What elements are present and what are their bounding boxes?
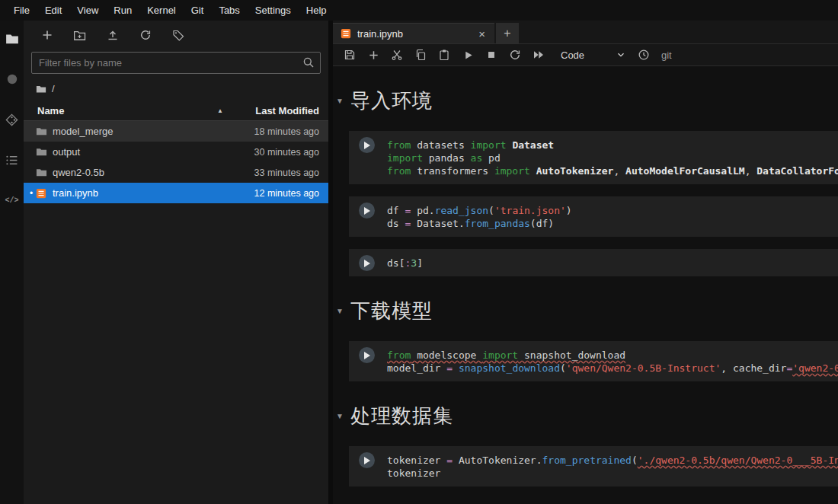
collapse-heading-icon[interactable]: ▼: [336, 97, 350, 105]
file-name: model_merge: [53, 126, 234, 137]
tab-bar: train.ipynb × +: [333, 21, 838, 44]
code-editor[interactable]: ds[:3]: [384, 249, 838, 276]
refresh-icon[interactable]: [139, 29, 152, 42]
file-browser-icon[interactable]: [5, 31, 20, 46]
new-launcher-icon[interactable]: [40, 29, 53, 42]
file-name: train.ipynb: [53, 187, 234, 199]
file-modified: 18 minutes ago: [234, 126, 319, 137]
file-row[interactable]: output 30 minutes ago: [24, 142, 328, 162]
code-glyph: </>: [5, 196, 18, 205]
tab-title: train.ipynb: [357, 28, 403, 40]
file-filter: [31, 52, 321, 74]
file-browser-panel: / Name ▲ Last Modified model_merge 18 mi…: [24, 21, 328, 504]
file-name: qwen2-0.5b: [53, 167, 234, 178]
file-browser-toolbar: [24, 21, 328, 49]
menu-kernel[interactable]: Kernel: [139, 2, 184, 19]
file-list-header: Name ▲ Last Modified: [24, 100, 328, 121]
save-icon[interactable]: [344, 49, 356, 61]
main-area: train.ipynb × +: [333, 21, 838, 504]
run-cell-icon[interactable]: [462, 49, 474, 61]
column-last-modified[interactable]: Last Modified: [234, 105, 319, 116]
notebook-icon: [341, 28, 351, 39]
copy-cells-icon[interactable]: [414, 49, 427, 61]
checkpoint-clock-icon[interactable]: [638, 49, 650, 61]
menu-run[interactable]: Run: [106, 2, 139, 19]
cut-cells-icon[interactable]: [391, 49, 403, 61]
restart-kernel-icon[interactable]: [509, 49, 521, 61]
run-cell-button[interactable]: [359, 203, 375, 219]
search-icon: [302, 56, 315, 69]
code-editor[interactable]: df = pd.read_json('train.json')ds = Data…: [384, 196, 838, 237]
paste-cells-icon[interactable]: [438, 49, 450, 61]
play-icon: [364, 352, 370, 359]
restart-run-all-icon[interactable]: [533, 49, 545, 61]
run-cell-button[interactable]: [359, 255, 375, 271]
code-cell[interactable]: from datasets import Datasetimport panda…: [349, 131, 838, 184]
filter-files-input[interactable]: [31, 52, 321, 74]
play-icon: [364, 207, 370, 215]
cell-gutter: [349, 196, 384, 237]
breadcrumb[interactable]: /: [24, 81, 328, 100]
breadcrumb-root[interactable]: /: [52, 83, 55, 94]
play-icon: [364, 457, 370, 464]
table-of-contents-icon[interactable]: [5, 152, 20, 167]
insert-cell-icon[interactable]: [367, 49, 379, 61]
cell-gutter: [349, 341, 384, 381]
markdown-heading: 下载模型: [350, 298, 433, 324]
menubar: FileEditViewRunKernelGitTabsSettingsHelp: [0, 0, 838, 21]
file-row-selected[interactable]: train.ipynb 12 minutes ago: [24, 183, 328, 203]
code-cell[interactable]: df = pd.read_json('train.json')ds = Data…: [349, 196, 838, 237]
git-clone-icon[interactable]: [171, 29, 184, 42]
code-cell[interactable]: ds[:3]: [349, 249, 838, 276]
markdown-cell[interactable]: ▼导入环境: [336, 88, 838, 114]
play-icon: [364, 142, 370, 149]
menu-settings[interactable]: Settings: [248, 2, 299, 19]
new-tab-button[interactable]: +: [496, 23, 519, 43]
activity-bar: </>: [0, 21, 24, 504]
menu-help[interactable]: Help: [299, 2, 334, 19]
notebook-icon: [36, 188, 53, 199]
run-cell-button[interactable]: [359, 452, 375, 468]
chevron-down-icon: [616, 49, 626, 60]
code-editor[interactable]: from modelscope import snapshot_download…: [384, 341, 838, 381]
sort-ascending-icon[interactable]: ▲: [217, 107, 234, 114]
run-cell-button[interactable]: [359, 137, 375, 153]
folder-icon: [36, 84, 46, 94]
code-editor[interactable]: from datasets import Datasetimport panda…: [384, 131, 838, 184]
menu-file[interactable]: File: [6, 2, 37, 19]
markdown-cell[interactable]: ▼处理数据集: [336, 403, 838, 429]
menu-edit[interactable]: Edit: [37, 2, 69, 19]
file-row[interactable]: model_merge 18 minutes ago: [24, 121, 328, 142]
collapse-heading-icon[interactable]: ▼: [336, 307, 350, 315]
new-folder-icon[interactable]: [73, 29, 86, 42]
extension-code-icon[interactable]: </>: [5, 193, 20, 208]
code-editor[interactable]: tokenizer = AutoTokenizer.from_pretraine…: [384, 446, 838, 486]
markdown-cell[interactable]: ▼下载模型: [336, 298, 838, 324]
menu-view[interactable]: View: [69, 2, 106, 19]
running-sessions-icon[interactable]: [5, 72, 20, 87]
upload-icon[interactable]: [106, 29, 119, 42]
git-icon[interactable]: [5, 112, 20, 127]
folder-icon: [36, 167, 53, 178]
file-name: output: [53, 146, 234, 158]
menu-git[interactable]: Git: [184, 2, 212, 19]
git-toolbar-label[interactable]: git: [661, 49, 672, 61]
cell-gutter: [349, 131, 384, 184]
markdown-heading: 导入环境: [350, 88, 433, 114]
tab-train-ipynb[interactable]: train.ipynb ×: [333, 23, 494, 43]
stop-kernel-icon[interactable]: [485, 49, 497, 61]
code-cell[interactable]: from modelscope import snapshot_download…: [349, 341, 838, 381]
menu-tabs[interactable]: Tabs: [211, 2, 247, 19]
collapse-heading-icon[interactable]: ▼: [336, 412, 350, 420]
column-name[interactable]: Name ▲: [37, 105, 234, 116]
file-row[interactable]: qwen2-0.5b 33 minutes ago: [24, 162, 328, 183]
close-tab-icon[interactable]: ×: [477, 27, 487, 40]
cell-type-value: Code: [561, 49, 584, 61]
cell-type-dropdown[interactable]: Code: [561, 49, 626, 61]
app-body: </>: [0, 21, 838, 504]
run-cell-button[interactable]: [359, 347, 375, 363]
code-cell[interactable]: tokenizer = AutoTokenizer.from_pretraine…: [349, 446, 838, 486]
play-icon: [364, 260, 370, 267]
cell-gutter: [349, 446, 384, 486]
dirty-dot: [27, 188, 36, 199]
